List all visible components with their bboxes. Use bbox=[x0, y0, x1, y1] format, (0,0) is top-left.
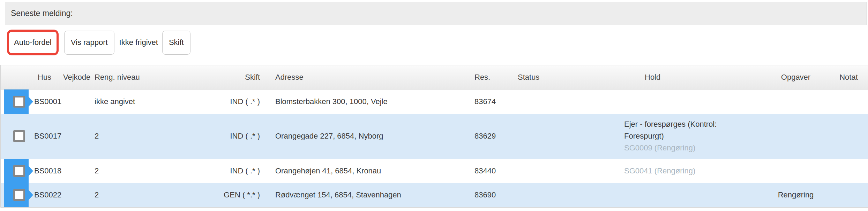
skift-button[interactable]: Skift bbox=[162, 31, 190, 55]
cell-opgaver bbox=[763, 114, 829, 159]
header-adresse[interactable]: Adresse bbox=[265, 65, 473, 89]
header-opgaver[interactable]: Opgaver bbox=[763, 65, 829, 89]
cell-hold: SG0041 (Rengøring) bbox=[621, 159, 763, 183]
vis-rapport-button[interactable]: Vis rapport bbox=[64, 31, 114, 55]
cell-notat bbox=[829, 89, 868, 114]
cell-opgaver bbox=[763, 89, 829, 114]
header-hus[interactable]: Hus bbox=[33, 65, 63, 89]
row-select-cell bbox=[0, 159, 33, 183]
table-row[interactable]: BS0022 2 GEN ( *.* ) Rødvænget 154, 6854… bbox=[0, 183, 868, 208]
cell-vejkode bbox=[63, 114, 95, 159]
cell-reng-niveau: 2 bbox=[95, 159, 161, 183]
ikke-frigivet-label: Ikke frigivet bbox=[119, 38, 159, 47]
cell-hus: BS0022 bbox=[33, 183, 63, 208]
cell-res: 83690 bbox=[473, 183, 515, 208]
auto-fordel-highlight-ring: Auto-fordel bbox=[7, 30, 59, 55]
header-status[interactable]: Status bbox=[515, 65, 621, 89]
cell-adresse: Blomsterbakken 300, 1000, Vejle bbox=[265, 89, 473, 114]
cell-status bbox=[515, 159, 621, 183]
cell-hold bbox=[621, 183, 763, 208]
cell-reng-niveau: 2 bbox=[95, 114, 161, 159]
cell-skift: IND ( .* ) bbox=[161, 114, 265, 159]
header-skift[interactable]: Skift bbox=[161, 65, 265, 89]
header-reng-niveau[interactable]: Reng. niveau bbox=[95, 65, 161, 89]
cell-status bbox=[515, 114, 621, 159]
cell-vejkode bbox=[63, 159, 95, 183]
latest-message-bar: Seneste melding: bbox=[5, 2, 867, 25]
cell-notat bbox=[829, 114, 868, 159]
cell-adresse: Orangehøjen 41, 6854, Kronau bbox=[265, 159, 473, 183]
cell-vejkode bbox=[63, 183, 95, 208]
cell-status bbox=[515, 89, 621, 114]
header-notat[interactable]: Notat bbox=[829, 65, 868, 89]
table-header-row: Hus Vejkode Reng. niveau Skift Adresse R… bbox=[0, 65, 868, 89]
row-checkbox[interactable] bbox=[13, 165, 25, 177]
cell-status bbox=[515, 183, 621, 208]
latest-message-label: Seneste melding: bbox=[11, 9, 73, 18]
cell-res: 83674 bbox=[473, 89, 515, 114]
auto-fordel-button[interactable]: Auto-fordel bbox=[10, 32, 56, 53]
row-checkbox[interactable] bbox=[13, 130, 25, 142]
cell-res: 83440 bbox=[473, 159, 515, 183]
table-row[interactable]: BS0001 ikke angivet IND ( .* ) Blomsterb… bbox=[0, 89, 868, 114]
cell-skift: IND ( .* ) bbox=[161, 159, 265, 183]
header-vejkode[interactable]: Vejkode bbox=[63, 65, 95, 89]
cell-res: 83629 bbox=[473, 114, 515, 159]
cell-hus: BS0001 bbox=[33, 89, 63, 114]
cell-notat bbox=[829, 183, 868, 208]
row-select-cell bbox=[0, 89, 33, 114]
cell-reng-niveau: ikke angivet bbox=[95, 89, 161, 114]
cell-hold: Ejer - forespørges (Kontrol: Forespurgt)… bbox=[621, 114, 763, 159]
cell-hus: BS0017 bbox=[33, 114, 63, 159]
cell-adresse: Orangegade 227, 6854, Nyborg bbox=[265, 114, 473, 159]
table-row[interactable]: BS0018 2 IND ( .* ) Orangehøjen 41, 6854… bbox=[0, 159, 868, 183]
header-hold[interactable]: Hold bbox=[621, 65, 763, 89]
row-checkbox[interactable] bbox=[13, 189, 25, 201]
houses-table: Hus Vejkode Reng. niveau Skift Adresse R… bbox=[0, 65, 868, 208]
row-select-cell bbox=[0, 183, 33, 208]
header-res[interactable]: Res. bbox=[473, 65, 515, 89]
cell-vejkode bbox=[63, 89, 95, 114]
cell-skift: IND ( .* ) bbox=[161, 89, 265, 114]
cell-hus: BS0018 bbox=[33, 159, 63, 183]
cell-reng-niveau: 2 bbox=[95, 183, 161, 208]
cell-opgaver: Rengøring bbox=[763, 183, 829, 208]
table-row[interactable]: BS0017 2 IND ( .* ) Orangegade 227, 6854… bbox=[0, 114, 868, 159]
row-select-cell bbox=[0, 114, 33, 159]
row-checkbox[interactable] bbox=[13, 96, 25, 108]
cell-notat bbox=[829, 159, 868, 183]
cell-adresse: Rødvænget 154, 6854, Stavenhagen bbox=[265, 183, 473, 208]
header-select bbox=[0, 65, 33, 89]
cell-opgaver bbox=[763, 159, 829, 183]
toolbar: Auto-fordel Vis rapport Ikke frigivet Sk… bbox=[7, 29, 190, 56]
cell-hold bbox=[621, 89, 763, 114]
page: Seneste melding: Auto-fordel Vis rapport… bbox=[0, 0, 868, 211]
cell-skift: GEN ( *.* ) bbox=[161, 183, 265, 208]
